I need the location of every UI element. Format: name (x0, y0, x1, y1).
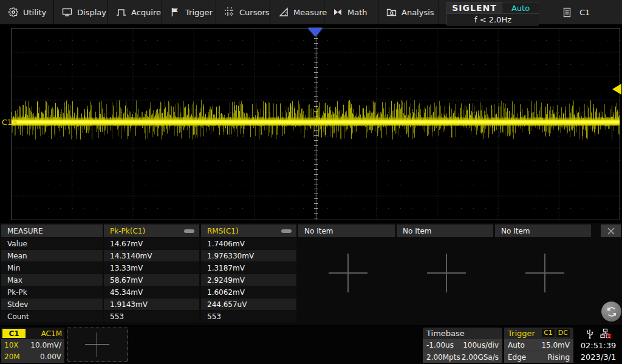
remove-measure-icon[interactable] (281, 229, 292, 233)
channel-offset-marker[interactable]: C1 (2, 118, 18, 127)
menu-label: Measure (293, 8, 327, 17)
stat-row-label: Count (1, 311, 103, 322)
trigger-type: Edge (508, 353, 526, 362)
menu-trigger[interactable]: Trigger (162, 0, 216, 24)
waveform-display[interactable] (0, 25, 622, 222)
menu-label: Acquire (131, 8, 161, 17)
timebase-descriptor-box[interactable]: Timebase -1.00us 100us/div 2.00Mpts 2.00… (423, 328, 502, 363)
clipboard-icon (562, 7, 572, 18)
trigger-position-marker[interactable] (308, 28, 323, 36)
acquisition-mode-badge[interactable]: Auto (502, 2, 539, 13)
channel-scale-row: 10X 10.0mV/ (1, 339, 64, 351)
measure-column-rms[interactable]: RMS(C1) (201, 224, 296, 237)
clock-time: 02:51:39 (581, 340, 616, 351)
lan-disconnected-icon[interactable] (600, 328, 612, 339)
menu-utility[interactable]: Utility (0, 0, 54, 24)
menu-label: Cursors (239, 8, 270, 17)
menu-acquire[interactable]: Acquire (108, 0, 162, 24)
stat-value-pkpk: 13.33mV (104, 262, 199, 274)
add-measure-button[interactable] (329, 254, 367, 292)
plus-icon (329, 254, 367, 292)
bandwidth-limit: 20M (4, 352, 20, 361)
channel-descriptor-box[interactable]: C1 AC1M 10X 10.0mV/ 20M 0.00V (1, 328, 64, 363)
flag-icon (170, 7, 180, 18)
timebase-row-2: 2.00Mpts 2.00GSa/s (423, 351, 502, 363)
timebase-delay: -1.00us (426, 341, 454, 349)
folder-search-icon (386, 7, 397, 18)
channel-badge: C1 (2, 329, 26, 338)
menu-label: Math (347, 8, 367, 17)
timebase-scale: 100us/div (463, 341, 499, 349)
menu-analysis[interactable]: Analysis (378, 0, 439, 24)
stat-value-rms: 244.657uV (201, 298, 296, 310)
stat-value-pkpk: 553 (104, 311, 199, 322)
system-status-box: 02:51:39 2023/3/1 (576, 328, 621, 363)
trigger-source-badge: C1 (542, 329, 555, 337)
volts-per-div: 10.0mV/ (30, 341, 61, 349)
timebase-title: Timebase (423, 328, 502, 339)
stat-row-label: Mean (1, 250, 103, 261)
timebase-row-1: -1.00us 100us/div (423, 339, 502, 351)
channel-header: C1 AC1M (1, 328, 64, 339)
plus-icon (85, 332, 109, 357)
stat-row-label: Pk-Pk (1, 286, 103, 298)
trigger-row-1: Auto 15.0mV (504, 339, 573, 351)
bottom-status-bar: C1 AC1M 10X 10.0mV/ 20M 0.00V Timebase -… (0, 326, 622, 364)
refresh-icon (605, 305, 618, 318)
cursors-grid-icon (224, 7, 234, 18)
menu-measure[interactable]: Measure (270, 0, 324, 24)
menu-label: Display (77, 8, 106, 17)
trigger-title: Trigger (508, 329, 535, 338)
bowtie-icon (332, 7, 343, 18)
measure-column-label: RMS(C1) (207, 227, 239, 235)
stat-value-rms: 2.9249mV (201, 274, 296, 286)
stat-row-label: Stdev (1, 298, 103, 310)
menu-label: Analysis (402, 8, 434, 17)
close-icon (607, 227, 615, 235)
top-menu-bar: Utility Display Acquire Trigger Cursors (0, 0, 622, 25)
measure-column-empty-3[interactable]: No Item (495, 224, 591, 237)
reset-statistics-button[interactable] (601, 302, 621, 322)
measure-column-empty-1[interactable]: No Item (298, 224, 395, 237)
measure-column-empty-2[interactable]: No Item (397, 224, 493, 237)
sample-rate: 2.00GSa/s (462, 353, 499, 362)
menu-label: Utility (23, 8, 46, 17)
trigger-level-marker[interactable] (612, 84, 621, 95)
memory-depth: 2.00Mpts (426, 353, 460, 362)
status-cluster: SIGLENT Auto f < 2.0Hz (446, 2, 539, 25)
close-measure-panel-button[interactable] (601, 224, 621, 237)
stat-value-rms: 1.3187mV (201, 262, 296, 274)
trigger-row-2: Edge Rising (504, 351, 573, 363)
measure-column-pkpk[interactable]: Pk-Pk(C1) (104, 224, 199, 237)
remove-measure-icon[interactable] (184, 229, 194, 233)
menu-cursors[interactable]: Cursors (216, 0, 270, 24)
trigger-level: 15.0mV (541, 341, 570, 349)
probe-attenuation: 10X (4, 341, 19, 349)
measure-column-label: Pk-Pk(C1) (110, 227, 145, 235)
pulse-icon (116, 7, 126, 18)
status-icons (586, 328, 612, 340)
stat-value-pkpk: 1.9143mV (104, 298, 199, 310)
add-channel-button[interactable] (67, 328, 128, 362)
usb-icon[interactable] (586, 328, 594, 339)
stat-value-rms: 553 (201, 311, 296, 322)
brand-logo: SIGLENT (447, 2, 502, 13)
trigger-frequency-readout: f < 2.0Hz (447, 14, 539, 25)
menu-display[interactable]: Display (54, 0, 108, 24)
channel-offset-value: 0.00V (40, 352, 61, 361)
plus-icon (525, 254, 564, 292)
add-measure-button[interactable] (525, 254, 564, 292)
stat-value-pkpk: 14.3140mV (104, 250, 199, 261)
stat-row-label: Value (1, 238, 103, 249)
stat-row-label: Max (1, 274, 103, 286)
measure-source-button[interactable]: C1 (556, 0, 596, 24)
menu-math[interactable]: Math (324, 0, 378, 24)
stat-value-pkpk: 14.67mV (104, 238, 199, 249)
add-measure-button[interactable] (427, 254, 466, 292)
monitor-icon (62, 7, 72, 18)
trigger-descriptor-box[interactable]: Trigger C1 DC Auto 15.0mV Edge Rising (504, 328, 573, 363)
source-label: C1 (579, 8, 590, 17)
trigger-header: Trigger C1 DC (504, 328, 573, 339)
plus-icon (427, 254, 466, 292)
trigger-slope: Rising (548, 353, 570, 362)
